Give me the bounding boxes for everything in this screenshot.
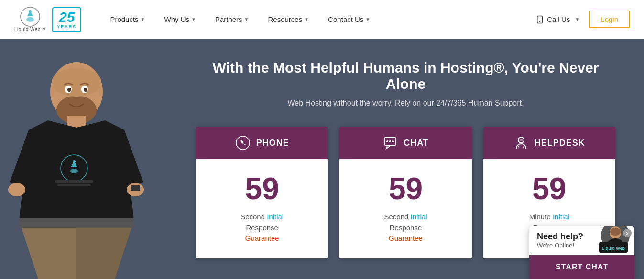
svg-point-8 — [52, 68, 101, 97]
nav-why-us-label: Why Us — [164, 15, 189, 23]
logo-area: Liquid Web™ 25 YEARS — [14, 7, 81, 32]
phone-number: 59 — [206, 173, 318, 204]
phone-label: PHONE — [256, 138, 289, 148]
svg-point-10 — [8, 183, 25, 196]
svg-point-27 — [386, 140, 388, 142]
years-number: 25 — [59, 10, 75, 24]
nav-products-label: Products — [110, 15, 138, 23]
chat-card-icon — [382, 135, 398, 150]
person-illustration — [0, 39, 153, 279]
chat-label: CHAT — [404, 138, 429, 148]
helpdesk-label: HELPDESK — [535, 138, 585, 148]
phone-card-icon — [235, 135, 251, 150]
navbar: Liquid Web™ 25 YEARS Products ▼ Why Us ▼… — [0, 0, 644, 39]
nav-right: Call Us ▼ Login — [535, 11, 630, 28]
chat-desc-line2: Response — [390, 224, 422, 232]
years-label: YEARS — [57, 24, 76, 29]
hero-person — [0, 39, 153, 279]
nav-links: Products ▼ Why Us ▼ Partners ▼ Resources… — [100, 0, 535, 39]
chat-card[interactable]: CHAT 59 Second Initial Response Guarante… — [339, 127, 471, 258]
chat-desc-line1: Second Initial — [384, 213, 427, 221]
chevron-down-icon: ▼ — [575, 17, 579, 22]
chevron-down-icon: ▼ — [191, 17, 196, 22]
nav-contact-label: Contact Us — [328, 15, 363, 23]
nav-item-resources[interactable]: Resources ▼ — [259, 0, 319, 39]
chat-brand-overlay: Liquid Web — [599, 242, 628, 253]
login-button[interactable]: Login — [589, 11, 630, 28]
chat-number: 59 — [349, 173, 462, 204]
hero-title: With the Most Helpful Humans in Hosting®… — [196, 60, 615, 92]
start-chat-button[interactable]: START CHAT — [529, 255, 634, 279]
logo-icon — [20, 7, 40, 27]
phone-card: PHONE 59 Second Initial Response Guarant… — [196, 127, 328, 258]
svg-point-24 — [84, 88, 87, 92]
chat-widget-header: Need help? We're Online! Liquid Web x — [529, 226, 634, 255]
svg-point-23 — [67, 88, 71, 92]
phone-desc: Second Initial Response Guarantee — [206, 212, 318, 244]
svg-rect-12 — [19, 218, 134, 228]
helpdesk-card-header: HELPDESK — [483, 127, 615, 159]
chat-card-body: 59 Second Initial Response Guarantee — [339, 159, 471, 258]
chat-close-button[interactable]: x — [623, 229, 632, 237]
years-badge: 25 YEARS — [52, 7, 81, 32]
chevron-down-icon: ▼ — [244, 17, 249, 22]
call-us-label: Call Us — [547, 15, 570, 23]
chat-card-header: CHAT — [339, 127, 471, 159]
svg-rect-18 — [55, 180, 93, 183]
svg-point-31 — [520, 139, 523, 141]
helpdesk-number: 59 — [493, 173, 606, 204]
nav-item-products[interactable]: Products ▼ — [100, 0, 154, 39]
call-us-button[interactable]: Call Us ▼ — [535, 15, 579, 24]
logo-text: Liquid Web™ — [14, 27, 45, 32]
chevron-down-icon: ▼ — [141, 17, 145, 22]
phone-desc-line2: Response — [246, 224, 278, 232]
helpdesk-desc-line1: Minute Initial — [529, 213, 569, 221]
svg-point-29 — [392, 140, 394, 142]
phone-nav-icon — [535, 15, 544, 24]
chevron-down-icon: ▼ — [365, 17, 370, 22]
chat-desc: Second Initial Response Guarantee — [349, 212, 462, 244]
svg-rect-19 — [57, 184, 91, 186]
hero-subtitle: Web Hosting without the worry. Rely on o… — [196, 99, 615, 107]
chat-widget: Need help? We're Online! Liquid Web x ST… — [529, 226, 634, 279]
svg-point-34 — [610, 228, 621, 236]
chevron-down-icon: ▼ — [304, 17, 309, 22]
svg-point-1 — [26, 17, 34, 22]
phone-desc-line1: Second Initial — [240, 213, 284, 221]
svg-point-3 — [29, 10, 32, 13]
nav-item-contact-us[interactable]: Contact Us ▼ — [318, 0, 380, 39]
nav-item-why-us[interactable]: Why Us ▼ — [154, 0, 205, 39]
nav-partners-label: Partners — [215, 15, 242, 23]
nav-resources-label: Resources — [268, 15, 303, 23]
svg-point-28 — [389, 140, 391, 142]
liquid-web-logo: Liquid Web™ — [14, 7, 45, 32]
nav-item-partners[interactable]: Partners ▼ — [206, 0, 259, 39]
phone-guarantee: Guarantee — [245, 234, 279, 242]
phone-card-body: 59 Second Initial Response Guarantee — [196, 159, 328, 258]
helpdesk-card-icon — [513, 135, 529, 150]
svg-rect-20 — [131, 185, 140, 191]
svg-point-17 — [70, 169, 78, 173]
chat-guarantee: Guarantee — [389, 234, 423, 242]
svg-point-16 — [73, 160, 76, 163]
phone-card-header: PHONE — [196, 127, 328, 159]
